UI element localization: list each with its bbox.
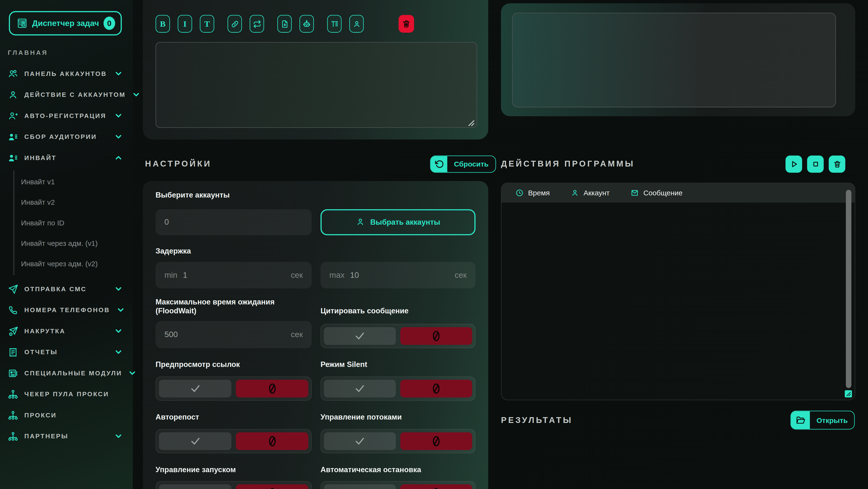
toggle-off-option[interactable] (400, 485, 472, 489)
sidebar-item-auto-registration[interactable]: АВТО-РЕГИСТРАЦИЯ (0, 105, 133, 126)
file-download-button[interactable] (277, 15, 292, 33)
check-icon (188, 435, 202, 447)
sidebar-item-invite[interactable]: ИНВАЙТ (0, 147, 133, 169)
toggle-on-option[interactable] (324, 327, 396, 345)
toggle-off-option[interactable] (236, 485, 308, 489)
sidebar-menu: ПАНЕЛЬ АККАУНТОВ ДЕЙСТВИЕ С АККАУНТОМ (0, 63, 133, 447)
select-accounts-button[interactable]: Выбрать аккаунты (320, 209, 475, 235)
chevron-down-icon (128, 369, 137, 377)
start-button[interactable] (785, 155, 802, 173)
delay-min-input[interactable]: min 1 сек (155, 262, 312, 288)
sidebar-item-audience-collection[interactable]: СБОР АУДИТОРИИ (0, 126, 133, 147)
delay-label: Задержка (155, 247, 475, 256)
check-icon (352, 435, 367, 447)
log-resize-grip[interactable] (845, 390, 852, 397)
toggle-on-option[interactable] (159, 485, 231, 489)
autorepost-toggle (155, 429, 312, 453)
app-title: Диспетчер задач (32, 19, 99, 28)
clear-log-button[interactable] (829, 155, 845, 173)
accounts-count-input[interactable]: 0 (155, 209, 312, 235)
seconds-unit: сек (455, 271, 467, 279)
robot-button[interactable] (300, 15, 314, 33)
user-plus-icon (8, 111, 18, 121)
deny-icon (429, 329, 443, 343)
chevron-down-icon (114, 432, 123, 441)
thread-control-toggle (320, 429, 475, 453)
sidebar-item-label: НАКРУТКА (24, 328, 108, 335)
deny-icon (429, 486, 443, 489)
sidebar-subitem-invite-by-id[interactable]: Инвайт по ID (14, 213, 133, 233)
sidebar-item-proxy-pool-checker[interactable]: ЧЕКЕР ПУЛА ПРОКСИ (0, 384, 133, 405)
chevron-down-icon (116, 306, 125, 314)
user-icon (571, 189, 579, 197)
sidebar-subitem-invite-v1[interactable]: Инвайт v1 (14, 172, 133, 192)
program-action-buttons (785, 155, 845, 173)
italic-button[interactable]: I (178, 15, 192, 33)
launch-control-label: Управление запуском (155, 465, 312, 474)
sidebar-subitem-invite-admin-v1[interactable]: Инвайт через адм. (v1) (14, 233, 133, 253)
text-format-button[interactable] (327, 15, 341, 33)
message-textarea[interactable] (155, 42, 477, 128)
sidebar-item-label: АВТО-РЕГИСТРАЦИЯ (24, 113, 108, 119)
chevron-down-icon (132, 90, 141, 99)
chevron-down-icon (114, 327, 123, 335)
sidebar-item-boosting[interactable]: НАКРУТКА (0, 320, 133, 342)
reset-settings-button[interactable]: Сбросить (430, 155, 496, 173)
toggle-off-option[interactable] (400, 327, 472, 345)
settings-title: НАСТРОЙКИ (145, 159, 212, 168)
deny-icon (429, 381, 443, 396)
toggle-off-option[interactable] (400, 379, 472, 397)
repeat-button[interactable] (250, 15, 264, 33)
sidebar-subitem-invite-admin-v2[interactable]: Инвайт через адм. (v2) (14, 253, 133, 274)
check-icon (352, 382, 367, 395)
link-icon (230, 20, 239, 28)
column-label: Аккаунт (584, 189, 610, 197)
check-icon (352, 487, 367, 489)
invite-submenu: Инвайт v1 Инвайт v2 Инвайт по ID Инвайт … (13, 171, 133, 275)
toggle-off-option[interactable] (236, 379, 308, 397)
text-button[interactable]: T (200, 15, 214, 33)
open-results-button[interactable]: Открыть (790, 411, 855, 429)
sidebar-item-reports[interactable]: ОТЧЕТЫ (0, 341, 133, 363)
task-manager-button[interactable]: Диспетчер задач 0 (9, 11, 122, 35)
user-icon (352, 20, 361, 28)
sidebar-item-sms-sending[interactable]: ОТПРАВКА СМС (0, 278, 133, 300)
toggle-on-option[interactable] (159, 379, 231, 397)
reset-button-label: Сбросить (447, 156, 495, 172)
max-prefix: max (330, 271, 345, 279)
sidebar-item-proxy[interactable]: ПРОКСИ (0, 405, 133, 426)
clear-message-button[interactable] (399, 15, 414, 33)
log-scrollbar-thumb[interactable] (846, 190, 851, 388)
sidebar-item-special-modules[interactable]: СПЕЦИАЛЬНЫЕ МОДУЛИ (0, 363, 133, 384)
chevron-down-icon (114, 284, 123, 294)
link-preview-toggle (155, 376, 312, 401)
chevron-down-icon (114, 111, 123, 120)
toggle-on-option[interactable] (159, 432, 231, 450)
modules-icon (8, 368, 18, 378)
link-button[interactable] (227, 15, 242, 33)
floodwait-input[interactable]: 500 сек (155, 321, 312, 348)
toggle-on-option[interactable] (324, 379, 396, 397)
stop-button[interactable] (807, 155, 824, 173)
sidebar-subitem-invite-v2[interactable]: Инвайт v2 (14, 192, 133, 212)
program-log-table: Время Аккаунт Сообщение (501, 183, 855, 400)
sidebar-item-accounts-panel[interactable]: ПАНЕЛЬ АККАУНТОВ (0, 63, 133, 84)
quote-message-label: Цитировать сообщение (320, 307, 475, 315)
sidebar-item-partners[interactable]: ПАРТНЕРЫ (0, 426, 133, 447)
toggle-on-option[interactable] (324, 485, 396, 489)
delay-max-input[interactable]: max 10 сек (320, 262, 475, 288)
toggle-on-option[interactable] (324, 432, 396, 450)
deny-icon (429, 434, 443, 448)
sidebar-item-account-action[interactable]: ДЕЙСТВИЕ С АККАУНТОМ (0, 84, 133, 105)
silent-mode-toggle (320, 376, 475, 401)
toggle-off-option[interactable] (400, 432, 472, 450)
user-mention-button[interactable] (349, 15, 364, 33)
repeat-icon (253, 20, 261, 28)
chevron-up-icon (114, 153, 123, 162)
bold-button[interactable]: B (155, 15, 170, 33)
toggle-off-option[interactable] (236, 432, 308, 450)
sidebar-item-label: ДЕЙСТВИЕ С АККАУНТОМ (24, 91, 126, 98)
sidebar-item-phone-numbers[interactable]: НОМЕРА ТЕЛЕФОНОВ (0, 299, 133, 320)
textarea-resize-grip-icon[interactable] (467, 119, 475, 127)
check-icon (188, 382, 202, 395)
